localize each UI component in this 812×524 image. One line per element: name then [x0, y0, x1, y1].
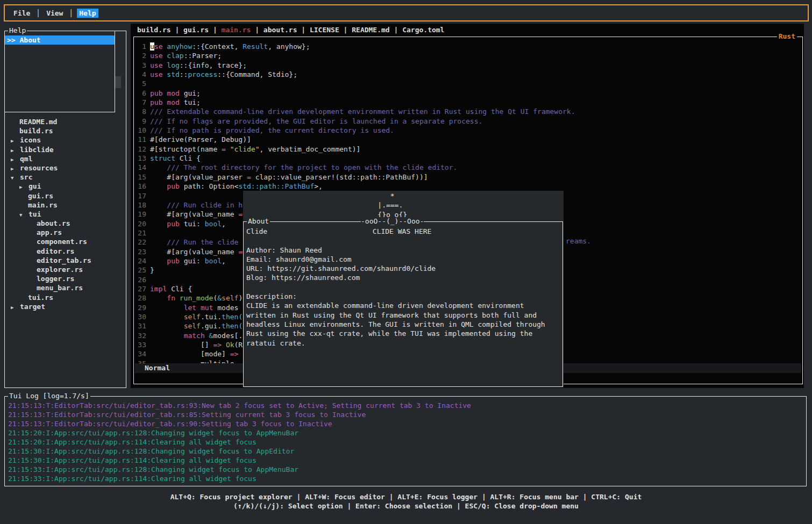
explorer-item-explorer-rs[interactable]: explorer.rs: [5, 265, 126, 274]
about-popup-line: Rust using the cxx-qt crate, while the T…: [246, 329, 545, 338]
file-tree: README.mdbuild.rs▶icons▶libclide▶qml▶res…: [5, 117, 126, 311]
explorer-item-about-rs[interactable]: about.rs: [5, 219, 126, 228]
line-number: 24: [135, 256, 146, 265]
explorer-item-label: logger.rs: [37, 275, 74, 283]
explorer-item-logger-rs[interactable]: logger.rs: [5, 274, 126, 283]
line-number: 4: [135, 70, 146, 79]
menu-item-help[interactable]: Help: [77, 9, 98, 18]
line-number: 8: [135, 107, 146, 116]
explorer-item-label: tui.rs: [28, 293, 53, 302]
code-overflow-text: reams.: [566, 237, 591, 245]
app-root: File│View│Help README.mdbuild.rs▶icons▶l…: [0, 0, 812, 524]
editor-tab-gui-rs[interactable]: gui.rs: [183, 26, 209, 35]
about-popup-line: URL: https://git.shaunreed.com/shaunrd0/…: [246, 264, 545, 273]
explorer-item-README-md[interactable]: README.md: [5, 117, 126, 126]
line-number: 25: [135, 265, 146, 275]
line-number: 15: [135, 173, 146, 182]
explorer-item-label: gui.rs: [28, 192, 53, 200]
code-line: 6pub mod gui;: [135, 89, 801, 98]
folder-collapsed-icon: ▶: [19, 183, 29, 192]
code-line: 3use log::{info, trace};: [135, 61, 801, 70]
code-line: 7pub mod tui;: [135, 98, 801, 107]
log-entries: 21:15:13:T:EditorTab:src/tui/editor_tab.…: [8, 401, 471, 483]
about-popup-title: About: [247, 217, 270, 225]
explorer-item-app-rs[interactable]: app.rs: [5, 228, 126, 237]
dropdown-item-about[interactable]: >> About: [5, 35, 115, 45]
folder-collapsed-icon: ▶: [11, 137, 20, 146]
explorer-item-label: explorer.rs: [37, 265, 83, 274]
menu-separator: │: [69, 9, 73, 17]
footer-shortcuts-line2: (↑/k)/(↓/j): Select option | Enter: Choo…: [0, 501, 812, 511]
explorer-item-main-rs[interactable]: main.rs: [5, 200, 126, 210]
log-entry: 21:15:30:I:App:src/tui/app.rs:114:Cleari…: [8, 456, 471, 465]
explorer-item-qml[interactable]: ▶qml: [5, 154, 126, 163]
about-popup-line: CLIDE is an extendable command-line driv…: [246, 301, 545, 310]
explorer-item-build-rs[interactable]: build.rs: [5, 126, 126, 135]
code-line: 8/// Extendable command-line driven deve…: [135, 107, 801, 116]
explorer-item-tui[interactable]: ▼tui: [5, 210, 126, 219]
code-line: 9/// If no flags are provided, the GUI e…: [135, 117, 801, 126]
explorer-item-resources[interactable]: ▶resources: [5, 163, 126, 173]
editor-tab-main-rs[interactable]: main.rs: [222, 26, 251, 35]
about-popup-line: Author: Shaun Reed: [246, 246, 545, 255]
footer-shortcuts: ALT+Q: Focus project explorer | ALT+W: F…: [0, 492, 812, 511]
explorer-item-label: qml: [20, 155, 32, 163]
line-number: 18: [135, 200, 146, 210]
line-number: 6: [135, 89, 146, 98]
folder-collapsed-icon: ▶: [11, 303, 20, 312]
line-number: 21: [135, 228, 146, 238]
line-number: 10: [135, 126, 146, 135]
log-entry: 21:15:13:T:EditorTab:src/tui/editor_tab.…: [8, 401, 471, 410]
log-entry: 21:15:30:I:App:src/tui/app.rs:128:Changi…: [8, 447, 471, 456]
code-line: 4use std::process::{Command, Stdio};: [135, 70, 801, 79]
editor-tab-build-rs[interactable]: build.rs: [137, 26, 171, 35]
code-line: 13struct Cli {: [135, 154, 801, 163]
explorer-item-component-rs[interactable]: component.rs: [5, 237, 126, 246]
about-popup-body: Clide CLIDE WAS HERE Author: Shaun ReedE…: [246, 227, 545, 348]
explorer-item-label: target: [20, 303, 45, 311]
explorer-item-gui-rs[interactable]: gui.rs: [5, 191, 126, 200]
explorer-item-tui-rs[interactable]: tui.rs: [5, 293, 126, 302]
menu-separator: │: [36, 9, 40, 17]
editor-tab-cargo-toml[interactable]: Cargo.toml: [402, 26, 444, 35]
line-number: 23: [135, 247, 146, 256]
editor-tab-about-rs[interactable]: about.rs: [263, 26, 297, 35]
explorer-item-gui[interactable]: ▶gui: [5, 182, 126, 191]
line-number: 12: [135, 145, 146, 154]
kilroy-ascii-art: * |.===. {}o o{}: [361, 191, 407, 219]
line-number: 1: [135, 42, 146, 51]
explorer-item-label: menu_bar.rs: [37, 284, 83, 292]
code-line: 2use clap::Parser;: [135, 51, 801, 60]
language-badge: Rust: [777, 32, 797, 40]
explorer-item-label: tui: [29, 210, 41, 218]
code-line: 16 pub path: Option<std::path::PathBuf>,: [135, 182, 801, 191]
log-entry: 21:15:33:I:App:src/tui/app.rs:128:Changi…: [8, 465, 471, 474]
explorer-item-editor_tab-rs[interactable]: editor_tab.rs: [5, 256, 126, 265]
tab-separator: |: [339, 26, 352, 35]
editor-tab-license[interactable]: LICENSE: [310, 26, 339, 35]
menu-item-view[interactable]: View: [44, 9, 65, 18]
help-dropdown-items: >> About: [5, 35, 115, 45]
kilroy-border-art: -ooO--(_)--Ooo-: [361, 217, 424, 225]
menu-bar: File│View│Help: [4, 4, 809, 21]
log-panel[interactable]: Tui Log [log=1.7/s] 21:15:13:T:EditorTab…: [4, 396, 807, 486]
explorer-item-menu_bar-rs[interactable]: menu_bar.rs: [5, 283, 126, 292]
line-number: 3: [135, 61, 146, 70]
explorer-item-label: editor_tab.rs: [37, 256, 91, 264]
explorer-item-src[interactable]: ▼src: [5, 173, 126, 182]
line-number: 17: [135, 191, 146, 200]
editor-tab-readme-md[interactable]: README.md: [352, 26, 389, 35]
menu-item-file[interactable]: File: [11, 9, 32, 18]
explorer-item-editor-rs[interactable]: editor.rs: [5, 247, 126, 256]
explorer-item-label: README.md: [19, 118, 57, 126]
log-panel-title: Tui Log [log=1.7/s]: [8, 392, 90, 400]
line-number: 14: [135, 163, 146, 172]
explorer-item-icons[interactable]: ▶icons: [5, 135, 126, 145]
explorer-item-label: src: [20, 173, 32, 181]
code-line: 1use anyhow::{Context, Result, anyhow};: [135, 42, 801, 51]
line-number: 11: [135, 135, 146, 144]
explorer-item-libclide[interactable]: ▶libclide: [5, 145, 126, 154]
explorer-item-label: icons: [20, 136, 41, 144]
about-popup-line: headless Linux environments. The GUI is …: [246, 320, 545, 329]
explorer-item-target[interactable]: ▶target: [5, 302, 126, 311]
